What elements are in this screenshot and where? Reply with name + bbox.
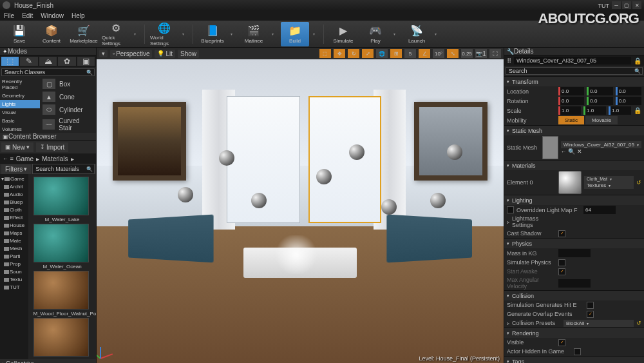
toolbar-build-button[interactable]: 📁Build — [281, 22, 309, 46]
vp-snap-grid-icon[interactable]: ⊞ — [390, 49, 402, 58]
tree-folder-tut[interactable]: TUT — [0, 284, 28, 291]
scale-x-input[interactable]: 1.0 — [558, 106, 581, 115]
mobility-static-button[interactable]: Static — [558, 116, 584, 124]
details-tab[interactable]: 🔧 Details — [504, 48, 644, 55]
section-collision[interactable]: Collision — [504, 291, 644, 300]
tree-folder-soun[interactable]: Soun — [0, 268, 28, 276]
mobility-movable-button[interactable]: Movable — [585, 116, 618, 124]
staticmesh-thumb[interactable] — [542, 136, 558, 159]
rotation-x-input[interactable]: 0.0 — [558, 97, 584, 105]
menu-window[interactable]: Window — [41, 12, 64, 19]
mode-item-curved-stair[interactable]: 〰Curved Stair — [40, 116, 96, 133]
mode-item-cylinder[interactable]: ⬭Cylinder — [40, 103, 96, 116]
tree-folder-textu[interactable]: Textu — [0, 276, 28, 284]
asset-thumb[interactable]: M_Wood_Floor_Walnut_Polished — [33, 271, 91, 317]
vp-camera-speed[interactable]: 📷1 — [475, 49, 487, 58]
asset-thumb[interactable] — [33, 318, 91, 357]
tree-folder-audio[interactable]: Audio — [0, 191, 28, 199]
toolbar-simulate-button[interactable]: ▶Simulate — [329, 22, 357, 46]
chevron-down-icon[interactable]: ▾ — [272, 32, 277, 36]
visible-checkbox[interactable] — [558, 339, 565, 346]
modes-tab[interactable]: ✦ Modes — [0, 48, 96, 55]
toolbar-matinee-button[interactable]: 🎬Matinee — [240, 22, 268, 46]
toolbar-launch-button[interactable]: 📡Launch — [402, 22, 431, 46]
simhit-checkbox[interactable] — [587, 302, 594, 309]
mode-category-visual[interactable]: Visual — [0, 108, 40, 117]
chevron-down-icon[interactable]: ▾ — [393, 32, 399, 36]
scale-y-input[interactable]: 1.0 — [583, 106, 606, 115]
rotation-y-input[interactable]: 0.0 — [587, 97, 612, 105]
vp-transform-rotate-icon[interactable]: ↻ — [348, 49, 359, 58]
tree-root[interactable]: ▾Game — [0, 175, 28, 183]
tree-folder-mate[interactable]: Mate — [0, 237, 28, 245]
tree-folder-house[interactable]: House — [0, 222, 28, 230]
maximize-button[interactable]: ▢ — [622, 1, 631, 9]
close-button[interactable]: ✕ — [632, 1, 641, 9]
asset-thumb[interactable]: M_Water_Ocean — [33, 224, 91, 270]
angular-input[interactable] — [558, 279, 591, 288]
mode-category-recently-placed[interactable]: Recently Placed — [0, 77, 40, 92]
section-transform[interactable]: Transform — [504, 77, 644, 86]
mode-geometry-icon[interactable]: ▣ — [77, 57, 95, 66]
vp-show-dropdown[interactable]: Show — [178, 50, 199, 58]
location-x-input[interactable]: 0.0 — [558, 87, 584, 95]
awake-checkbox[interactable] — [558, 268, 565, 275]
toolbar-blueprints-button[interactable]: 📘Blueprints — [198, 22, 227, 46]
tree-folder-maps[interactable]: Maps — [0, 230, 28, 237]
lightmap-input[interactable]: 64 — [583, 206, 616, 214]
staticmesh-asset-dropdown[interactable]: Windows_Cover_AI32_007_05 — [561, 141, 641, 148]
simphysics-checkbox[interactable] — [558, 259, 565, 266]
actor-name-input[interactable]: Windows_Cover_AI32_007_05 — [514, 57, 631, 64]
section-lighting[interactable]: Lighting — [504, 195, 644, 205]
vp-maximize-icon[interactable]: ⛶ — [489, 49, 501, 58]
tree-folder-prop[interactable]: Prop — [0, 260, 28, 268]
modes-search-input[interactable]: Search Classes — [1, 68, 95, 76]
asset-thumb[interactable]: M_Water_Lake — [33, 177, 91, 222]
toolbar-world-settings-button[interactable]: 🌐World Settings — [150, 22, 178, 46]
cb-new-button[interactable]: ▣ New ▾ — [1, 142, 33, 152]
chevron-down-icon[interactable]: ▾ — [182, 32, 187, 36]
vp-transform-move-icon[interactable]: ✥ — [334, 49, 345, 58]
vp-transform-scale-icon[interactable]: ⤢ — [362, 49, 374, 58]
material-asset-dropdown[interactable]: Cloth_Mat — [584, 176, 634, 182]
vp-snap-grid-value[interactable]: 5 — [404, 49, 416, 58]
lock-icon[interactable]: 🔒 — [634, 57, 641, 64]
castshadow-checkbox[interactable] — [558, 230, 565, 237]
overlap-checkbox[interactable] — [587, 311, 594, 318]
hidden-checkbox[interactable] — [574, 348, 581, 355]
scale-z-input[interactable]: 1.0 — [609, 106, 631, 115]
rotation-z-input[interactable]: 0.0 — [616, 97, 641, 105]
vp-lit-dropdown[interactable]: 💡 Lit — [155, 50, 175, 58]
details-search-input[interactable]: Search — [506, 67, 643, 75]
vp-perspective-dropdown[interactable]: ▫ Perspective — [110, 50, 152, 58]
menu-edit[interactable]: Edit — [22, 12, 33, 19]
chevron-down-icon[interactable]: ▾ — [134, 32, 139, 36]
tree-folder-bluep[interactable]: Bluep — [0, 199, 28, 206]
location-y-input[interactable]: 0.0 — [587, 87, 612, 95]
vp-menu-icon[interactable]: ▾ — [99, 50, 108, 57]
material-thumb[interactable] — [558, 171, 582, 194]
section-static-mesh[interactable]: Static Mesh — [504, 126, 644, 135]
vp-coord-icon[interactable]: 🌐 — [376, 49, 388, 58]
toolbar-marketplace-button[interactable]: 🛒Marketplace — [70, 22, 98, 46]
vp-snap-angle-value[interactable]: 10° — [433, 49, 444, 58]
section-physics[interactable]: Physics — [504, 239, 644, 248]
cb-asset-grid[interactable]: M_Water_LakeM_Water_OceanM_Wood_Floor_Wa… — [28, 174, 96, 359]
tree-folder-archit[interactable]: Archit — [0, 183, 28, 191]
tree-folder-effect[interactable]: Effect — [0, 214, 28, 222]
mode-paint-icon[interactable]: ✎ — [20, 57, 37, 66]
section-rendering[interactable]: Rendering — [504, 328, 644, 338]
scale-lock-icon[interactable]: 🔒 — [634, 107, 641, 114]
section-materials[interactable]: Materials — [504, 161, 644, 170]
chevron-down-icon[interactable]: ▾ — [435, 32, 440, 36]
cb-collections[interactable]: ▸Collect ⊕▾ — [0, 359, 96, 363]
mode-item-cone[interactable]: ▲Cone — [40, 90, 96, 103]
section-tags[interactable]: Tags — [504, 357, 644, 363]
override-checkbox[interactable] — [507, 206, 514, 213]
location-z-input[interactable]: 0.0 — [616, 87, 641, 95]
tree-folder-mesh[interactable]: Mesh — [0, 245, 28, 253]
reset-icon[interactable]: ↺ — [636, 320, 641, 326]
vp-transform-select-icon[interactable]: ⬚ — [319, 49, 331, 58]
cb-filters-button[interactable]: Filters▾ — [1, 164, 31, 174]
viewport-3d[interactable]: Level: House_Final (Persistent) — [97, 59, 504, 363]
